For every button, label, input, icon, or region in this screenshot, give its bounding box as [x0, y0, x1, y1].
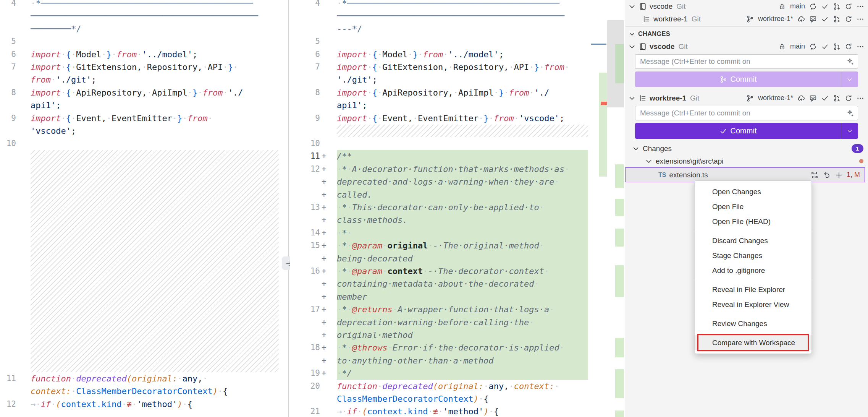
menu-item-discard-changes[interactable]: Discard Changes — [695, 233, 811, 248]
check-icon[interactable] — [821, 3, 829, 10]
sparkle-icon[interactable] — [847, 58, 854, 65]
code-line[interactable]: from·'./git'; — [0, 73, 288, 86]
code-line[interactable]: +containing·metadata·about·the·decorated… — [290, 277, 590, 290]
comment-icon[interactable] — [809, 15, 817, 23]
folder-row-api[interactable]: extensions\git\src\api — [625, 155, 868, 167]
refresh-icon[interactable] — [845, 94, 852, 102]
code-line[interactable]: 6import·{·Model·}·from·'../model'; — [290, 48, 590, 61]
lock-icon[interactable] — [778, 43, 786, 50]
menu-item-reveal-in-file-explorer[interactable]: Reveal in File Explorer — [695, 282, 811, 297]
diff-sash[interactable] — [288, 0, 289, 417]
code-line[interactable]: ---*/ — [290, 23, 590, 36]
commit-button-main[interactable]: Commit — [635, 123, 841, 139]
code-line[interactable]: ClassMemberDecoratorContext)·{ — [290, 393, 590, 406]
repo-row-worktree-1[interactable]: worktree-1Gitworktree-1* — [625, 92, 868, 104]
branch-plus-icon[interactable] — [833, 94, 841, 102]
code-line[interactable]: +member — [290, 290, 590, 303]
check-icon[interactable] — [821, 15, 829, 23]
code-line[interactable]: api1'; — [290, 99, 590, 112]
changes-group-row[interactable]: Changes 1 — [625, 142, 868, 155]
commit-button-vscode[interactable]: Commit — [635, 71, 858, 87]
code-line[interactable]: 15+·*·@param·original·-·The·original·met… — [290, 239, 590, 252]
code-line[interactable]: 6import·{·Model·}·from·'../model'; — [0, 48, 288, 61]
lock-icon[interactable] — [778, 3, 786, 10]
code-line[interactable]: api1'; — [0, 99, 288, 112]
code-line[interactable]: 14+·*· — [290, 227, 590, 240]
code-line[interactable]: 12→·if·(context.kind·≢·'method')·{ — [0, 398, 288, 411]
commit-message-input[interactable] — [635, 106, 858, 120]
code-line[interactable]: 9import·{·Event,·EventEmitter·}·from· — [0, 112, 288, 125]
ellipsis-icon[interactable] — [857, 3, 864, 10]
code-line[interactable]: 7import·{·GitExtension,·Repository,·API·… — [290, 61, 590, 74]
cloud-up-icon[interactable] — [797, 94, 805, 102]
menu-item-stage-changes[interactable]: Stage Changes — [695, 248, 811, 263]
branch-icon[interactable] — [746, 94, 754, 102]
cloud-up-icon[interactable] — [797, 15, 805, 23]
code-line[interactable]: +being·decorated — [290, 252, 590, 265]
code-line[interactable]: +to·anything·other·than·a·method — [290, 354, 590, 367]
commit-dropdown[interactable] — [841, 71, 858, 87]
branch-plus-icon[interactable] — [833, 43, 841, 50]
code-line[interactable]: 8import·{·ApiRepository,·ApiImpl·}·from·… — [0, 86, 288, 99]
minimap[interactable] — [590, 0, 607, 417]
code-line[interactable]: context:·ClassMemberDecoratorContext)·{ — [0, 385, 288, 398]
commit-message-input[interactable] — [635, 54, 858, 69]
overview-ruler[interactable] — [607, 0, 624, 417]
code-line[interactable]: './git'; — [290, 73, 590, 86]
diff-original-editor[interactable]: 4·*─────────────────────────────────────… — [0, 0, 288, 417]
code-line[interactable]: 4·*─────────────────────────────────────… — [290, 0, 590, 10]
commit-button-main[interactable]: Commit — [635, 71, 841, 87]
code-line[interactable]: 4·*─────────────────────────────────────… — [0, 0, 288, 10]
menu-item-open-file[interactable]: Open File — [695, 199, 811, 214]
repo-row-vscode[interactable]: vscodeGitmain — [625, 40, 868, 53]
code-line[interactable]: 'vscode'; — [0, 125, 288, 138]
repo-row-worktree-1[interactable]: worktree-1Gitworktree-1* — [625, 13, 868, 25]
refresh-icon[interactable] — [845, 43, 852, 50]
code-line[interactable]: 18+·*·@throws·Error·if·the·decorator·is·… — [290, 341, 590, 354]
menu-item-compare-with-workspace[interactable]: Compare with Workspace — [695, 335, 811, 350]
commit-dropdown[interactable] — [841, 123, 858, 139]
commit-button-worktree-1[interactable]: Commit — [635, 123, 858, 139]
code-line[interactable]: 8import·{·ApiRepository,·ApiImpl·}·from·… — [290, 86, 590, 99]
code-line[interactable]: +deprecated·and·logs·a·warning·when·they… — [290, 175, 590, 188]
code-line[interactable]: 7import·{·GitExtension,·Repository,·API·… — [0, 61, 288, 74]
code-line[interactable]: 11+/** — [290, 150, 590, 163]
sync-icon[interactable] — [809, 3, 817, 10]
code-line[interactable]: 21→·if·(context.kind·≢·'method')·{ — [290, 405, 590, 417]
refresh-icon[interactable] — [845, 3, 852, 10]
code-line[interactable]: 10 — [0, 137, 288, 150]
ellipsis-icon[interactable] — [857, 43, 864, 50]
code-line[interactable]: 19+·*/ — [290, 367, 590, 380]
repo-row-vscode[interactable]: vscodeGitmain — [625, 0, 868, 13]
code-line[interactable]: 12+·*·A·decorator·function·that·marks·me… — [290, 163, 590, 176]
check-icon[interactable] — [821, 94, 829, 102]
diff-modified-editor[interactable]: 4·*─────────────────────────────────────… — [290, 0, 590, 417]
check-icon[interactable] — [821, 43, 829, 50]
branch-plus-icon[interactable] — [833, 3, 841, 10]
menu-item-reveal-in-explorer-view[interactable]: Reveal in Explorer View — [695, 297, 811, 312]
code-line[interactable]: +class·methods. — [290, 214, 590, 227]
stage-icon[interactable] — [835, 171, 843, 179]
ellipsis-icon[interactable] — [857, 15, 864, 23]
sync-icon[interactable] — [809, 43, 817, 50]
branch-icon[interactable] — [746, 15, 754, 23]
code-line[interactable]: +called. — [290, 188, 590, 201]
code-line[interactable]: 13+·*·This·decorator·can·only·be·applied… — [290, 201, 590, 214]
code-line[interactable]: 5 — [0, 35, 288, 48]
changes-section-header[interactable]: CHANGES — [625, 28, 868, 40]
menu-item-add-to-gitignore[interactable]: Add to .gitignore — [695, 263, 811, 278]
comment-icon[interactable] — [809, 94, 817, 102]
menu-item-review-changes[interactable]: Review Changes — [695, 316, 811, 331]
code-line[interactable]: +deprecation·warning·before·calling·the· — [290, 316, 590, 329]
branch-plus-icon[interactable] — [833, 15, 841, 23]
code-line[interactable]: +original·method — [290, 329, 590, 342]
code-line[interactable]: 5 — [290, 35, 590, 48]
code-line[interactable]: ────────────────────────────────────────… — [290, 10, 590, 23]
code-line[interactable]: 17+·*·@returns·A·wrapper·function·that·l… — [290, 303, 590, 316]
menu-item-open-changes[interactable]: Open Changes — [695, 184, 811, 199]
menu-item-open-file-head-[interactable]: Open File (HEAD) — [695, 214, 811, 229]
code-line[interactable]: ────────────────────────────────────────… — [0, 10, 288, 23]
open-changes-icon[interactable] — [811, 171, 818, 179]
sparkle-icon[interactable] — [847, 109, 854, 117]
code-line[interactable]: ────────*/ — [0, 23, 288, 36]
